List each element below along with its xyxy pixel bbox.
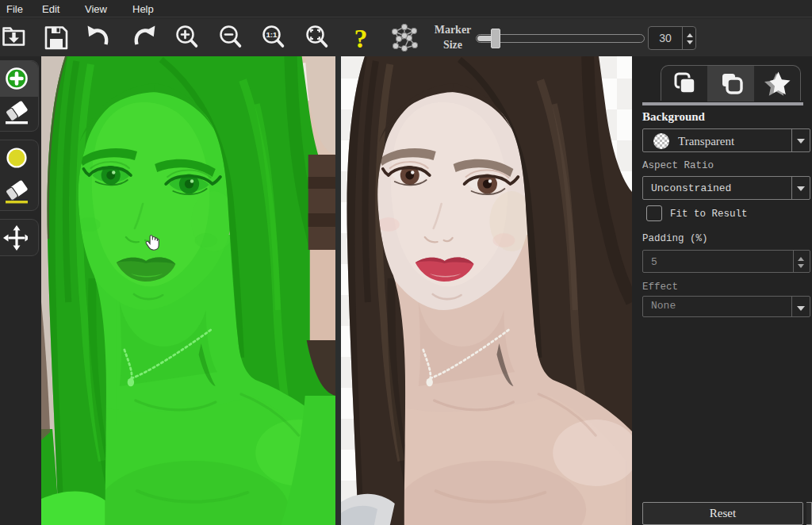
svg-text:1:1: 1:1 xyxy=(266,30,278,39)
svg-text:?: ? xyxy=(354,24,368,52)
